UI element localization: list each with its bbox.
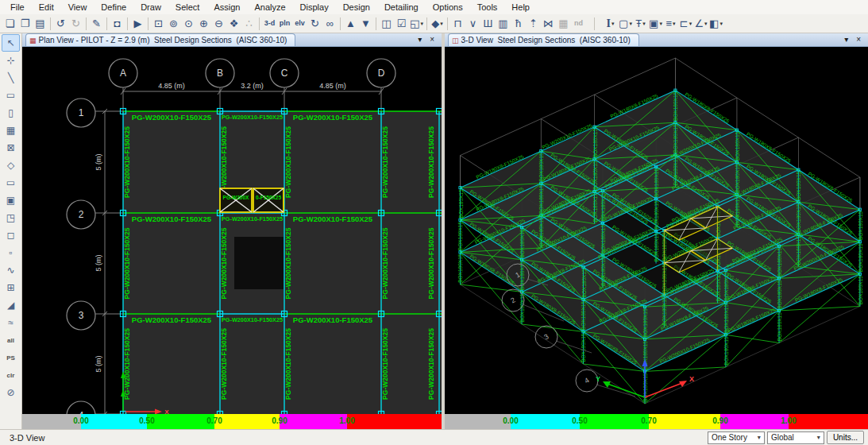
move-up-in-list-button[interactable]: ▲ — [343, 16, 358, 32]
coord-system-selector[interactable]: Global ▾ — [767, 431, 824, 444]
strip-sections-button[interactable]: ≡▾ — [663, 16, 678, 32]
previous-zoom-button[interactable]: ⊙ — [181, 16, 196, 32]
pan-button[interactable]: ❖ — [226, 16, 241, 32]
lock-model-button[interactable]: ◘ — [110, 16, 125, 32]
quick-draw-columns-button[interactable]: Ш — [480, 16, 496, 32]
view-elevation-button[interactable]: elv — [292, 16, 307, 32]
draw-frame-button[interactable]: ⊓ — [450, 16, 465, 32]
menu-design[interactable]: Design — [336, 2, 377, 13]
restore-full-view-button[interactable]: ⊚ — [166, 16, 181, 32]
draw-link-button[interactable]: ∿ — [2, 261, 20, 279]
new-model-button[interactable]: ❏ — [2, 16, 17, 32]
select-previous-button[interactable]: PS — [2, 349, 20, 366]
chevron-down-icon[interactable]: ▾ — [642, 21, 646, 26]
extrude-view-button[interactable]: ◆▾ — [430, 16, 445, 32]
tee-sections-button[interactable]: Ŧ▾ — [633, 16, 648, 32]
edit-button[interactable]: ✎ — [89, 16, 104, 32]
save-button[interactable]: ▤ — [33, 16, 48, 32]
menu-define[interactable]: Define — [94, 2, 133, 13]
chevron-down-icon[interactable]: ▾ — [704, 21, 708, 26]
draw-ramp-button[interactable]: ◢ — [2, 296, 20, 314]
reshape-tool-button[interactable]: ⊹ — [2, 52, 20, 69]
menu-help[interactable]: Help — [504, 2, 537, 13]
menu-detailing[interactable]: Detailing — [377, 2, 426, 13]
undo-button[interactable]: ↺ — [53, 16, 68, 32]
draw-corner-region-button[interactable]: ◳ — [2, 209, 20, 226]
menu-view[interactable]: View — [61, 2, 95, 13]
draw-spring-button[interactable]: ≈ — [2, 314, 20, 331]
slab-sections-button[interactable]: ▢▾ — [618, 16, 633, 32]
view-plan-button[interactable]: pln — [277, 16, 292, 32]
nd-button[interactable]: nd — [571, 16, 586, 32]
story-selector[interactable]: One Story ▾ — [708, 431, 765, 444]
open-file-button[interactable]: ❐ — [17, 16, 33, 32]
draw-area-region-button[interactable]: ▣ — [2, 192, 20, 209]
units-button[interactable]: Units... — [827, 431, 864, 444]
draw-column-region-button[interactable]: ▯ — [2, 104, 20, 122]
plan-window-menu-button[interactable]: ▾ — [418, 35, 422, 44]
menu-analyze[interactable]: Analyze — [247, 2, 292, 13]
clear-selection-button[interactable]: clr — [2, 366, 20, 384]
chevron-down-icon[interactable]: ▾ — [659, 21, 662, 26]
draw-dimension-button[interactable]: ⇡ — [526, 16, 541, 32]
quick-draw-braces-button[interactable]: ⋈ — [541, 16, 556, 32]
quick-draw-beams-button[interactable]: ▥ — [496, 16, 511, 32]
draw-brace-region-button[interactable]: ⊠ — [2, 139, 20, 157]
plan-window-close-button[interactable]: × — [430, 35, 434, 44]
draw-opening-button[interactable]: ◻ — [2, 226, 20, 244]
draw-grid-region-button[interactable]: ▦ — [2, 122, 20, 139]
rubber-band-zoom-button[interactable]: ⊡ — [151, 16, 166, 32]
deselect-button[interactable]: ⊘ — [2, 384, 20, 401]
draw-line-tool-button[interactable]: ╲ — [2, 69, 20, 87]
draw-panel-zone-button[interactable]: ⊞ — [2, 279, 20, 296]
menu-select[interactable]: Select — [168, 2, 207, 13]
move-down-in-list-button[interactable]: ▼ — [358, 16, 373, 32]
run-analysis-button[interactable]: ▶ — [130, 16, 145, 32]
angle-sections-button[interactable]: ∠▾ — [693, 16, 708, 32]
three-d-canvas[interactable]: PG-W200X10-F150X25PG-W180X8-F150X25PG-W1… — [445, 47, 868, 414]
three-d-view-tab[interactable]: ◫ 3-D View Steel Design Sections (AISC 3… — [448, 33, 639, 46]
chevron-down-icon[interactable]: ▾ — [719, 21, 723, 26]
chevron-down-icon[interactable]: ▾ — [440, 21, 443, 26]
rotate-3d-view-button[interactable]: ↻ — [307, 16, 322, 32]
plan-view-tab[interactable]: ▦ Plan View - PILOT - Z = 2.9 (m) Steel … — [25, 33, 295, 46]
three-d-window-menu-button[interactable]: ▾ — [844, 35, 848, 44]
snap-options-button[interactable]: ∴ — [241, 16, 257, 32]
view-3d-button[interactable]: 3-d — [262, 16, 277, 32]
menu-edit[interactable]: Edit — [32, 2, 61, 13]
menu-assign[interactable]: Assign — [206, 2, 247, 13]
draw-door-window-button[interactable]: ▫ — [2, 244, 20, 261]
chevron-down-icon[interactable]: ▾ — [689, 21, 692, 26]
draw-frame-region-button[interactable]: ▭ — [2, 87, 20, 104]
wall-sections-button[interactable]: ◧▾ — [708, 16, 723, 32]
plan-canvas[interactable]: ABCD12344.85 (m)3.2 (m)4.85 (m)5 (m)5 (m… — [22, 47, 442, 414]
draw-rect-area-button[interactable]: ▭ — [2, 174, 20, 192]
chevron-down-icon[interactable]: ▾ — [673, 21, 676, 26]
show-rendering-button[interactable]: ▦ — [556, 16, 571, 32]
building-view-limits-button[interactable]: ◫ — [379, 16, 394, 32]
channel-sections-button[interactable]: ⊏▾ — [678, 16, 693, 32]
zoom-in-button[interactable]: ⊕ — [196, 16, 211, 32]
menu-draw[interactable]: Draw — [133, 2, 168, 13]
menu-display[interactable]: Display — [293, 2, 336, 13]
draw-polygon-area-button[interactable]: ◇ — [2, 157, 20, 174]
main-toolbar: ❏❐▤↺↻✎◘▶⊡⊚⊙⊕⊖❖∴3-dplnelv↻∞▲▼◫☑◱▾◆▾⊓∨Ш▥ћ⇡… — [0, 14, 868, 33]
zoom-out-button[interactable]: ⊖ — [211, 16, 226, 32]
draw-brace-button[interactable]: ∨ — [465, 16, 480, 32]
chevron-down-icon[interactable]: ▾ — [611, 21, 615, 26]
three-d-window-close-button[interactable]: × — [856, 35, 861, 44]
redo-button[interactable]: ↻ — [68, 16, 83, 32]
view-options-button[interactable]: ☑ — [394, 16, 409, 32]
perspective-view-button[interactable]: ∞ — [322, 16, 338, 32]
chevron-down-icon[interactable]: ▾ — [420, 21, 423, 26]
frame-sections-button[interactable]: I▾ — [603, 16, 618, 32]
select-all-button[interactable]: all — [2, 331, 20, 349]
assign-display-button[interactable]: ◱▾ — [409, 16, 424, 32]
menu-file[interactable]: File — [3, 2, 32, 13]
draw-links-button[interactable]: ћ — [511, 16, 526, 32]
boxed-i-sections-button[interactable]: ▣▾ — [648, 16, 663, 32]
menu-tools[interactable]: Tools — [470, 2, 505, 13]
menu-options[interactable]: Options — [426, 2, 470, 13]
chevron-down-icon[interactable]: ▾ — [629, 21, 632, 26]
select-pointer-button[interactable]: ↖ — [2, 34, 20, 52]
